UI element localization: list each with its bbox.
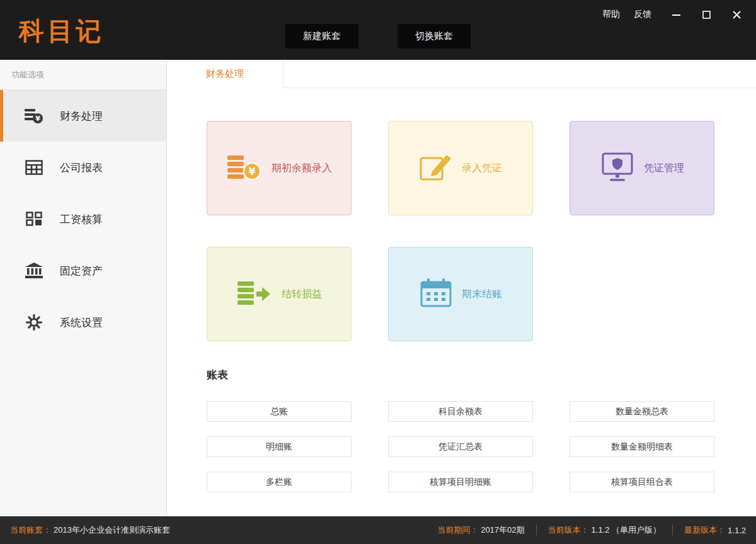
card-label: 凭证管理 [644,162,684,175]
cards-row-2: 结转损益 [207,247,756,341]
coins-yen-icon: ¥ [226,152,263,184]
report-button-account-balance[interactable]: 科目余额表 [388,401,533,422]
sidebar-item-system-settings[interactable]: 系统设置 [0,297,166,348]
gear-icon [25,314,43,331]
current-period-label: 当前期间： [437,524,478,536]
card-carry-forward-pnl[interactable]: 结转损益 [207,247,352,341]
app-window: 科目记 新建账套 切换账套 帮助 反馈 功能选项 [0,0,756,544]
current-account-set-value: 2013年小企业会计准则演示账套 [54,524,170,536]
report-button-accounting-item-combination[interactable]: 核算项目组合表 [570,472,714,492]
monitor-shield-icon [600,151,635,185]
latest-version-label: 最新版本： [684,524,725,536]
close-icon[interactable] [731,9,742,20]
main-panel: 财务处理 [167,60,756,516]
report-button-voucher-summary[interactable]: 凭证汇总表 [388,436,533,457]
maximize-icon[interactable] [701,9,712,20]
help-link[interactable]: 帮助 [602,9,620,20]
feedback-link[interactable]: 反馈 [634,9,651,20]
sidebar-item-fixed-assets[interactable]: 固定资产 [0,245,166,297]
sidebar-item-financial-processing[interactable]: ¥ 财务处理 [0,90,166,142]
card-label: 结转损益 [282,288,322,301]
svg-text:¥: ¥ [248,166,255,178]
card-voucher-management[interactable]: 凭证管理 [570,121,714,215]
svg-text:¥: ¥ [35,115,40,123]
sidebar-item-label: 固定资产 [60,264,103,278]
latest-version-value: 1.1.2 [728,526,746,535]
reports-section-title: 账表 [207,368,756,382]
app-logo: 科目记 [19,14,104,48]
statusbar-divider [536,525,537,535]
minimize-icon[interactable] [670,9,682,20]
report-button-detail-ledger[interactable]: 明细账 [207,436,352,457]
sidebar-item-label: 公司报表 [60,161,103,175]
card-initial-balance-entry[interactable]: ¥ 期初余额录入 [207,121,352,215]
topbar: 科目记 新建账套 切换账套 帮助 反馈 [0,0,756,60]
report-button-qty-amount-summary[interactable]: 数量金额总表 [570,401,714,422]
tabbar: 财务处理 [167,60,756,88]
report-button-multi-column-ledger[interactable]: 多栏账 [207,472,352,492]
current-account-set: 当前账套： 2013年小企业会计准则演示账套 [10,524,170,536]
report-buttons-grid: 总账 科目余额表 数量金额总表 明细账 凭证汇总表 数量金额明细表 多栏账 核算… [207,401,756,492]
new-account-set-button[interactable]: 新建账套 [285,24,358,48]
topbar-right: 帮助 反馈 [588,9,742,20]
sidebar: 功能选项 ¥ 财务处理 [0,60,167,516]
report-button-qty-amount-detail[interactable]: 数量金额明细表 [570,436,714,457]
statusbar-divider [672,525,673,535]
card-label: 录入凭证 [462,162,502,175]
main-content: ¥ 期初余额录入 录入凭证 [167,88,756,516]
card-period-end-closing[interactable]: 期末结账 [388,247,533,341]
app-body: 功能选项 ¥ 财务处理 [0,60,756,516]
calendar-icon [419,277,453,311]
report-button-accounting-item-detail[interactable]: 核算项目明细账 [388,472,533,492]
report-button-general-ledger[interactable]: 总账 [207,401,352,422]
card-label: 期初余额录入 [272,162,332,175]
statusbar: 当前账套： 2013年小企业会计准则演示账套 当前期间： 2017年02期 当前… [0,516,756,544]
current-period-value: 2017年02期 [481,524,524,536]
latest-version: 最新版本： 1.1.2 [684,524,746,536]
current-period: 当前期间： 2017年02期 [437,524,524,536]
sidebar-item-label: 工资核算 [60,212,103,227]
topbar-menu: 新建账套 切换账套 [285,24,471,48]
current-version-label: 当前版本： [548,524,589,536]
card-enter-voucher[interactable]: 录入凭证 [388,121,533,215]
cards-row-1: ¥ 期初余额录入 录入凭证 [207,121,756,215]
switch-account-set-button[interactable]: 切换账套 [398,24,471,48]
card-label: 期末结账 [462,288,502,301]
report-table-icon [25,160,43,175]
current-version-value: 1.1.2 （单用户版） [592,524,662,536]
sidebar-item-label: 财务处理 [60,109,103,123]
sidebar-item-payroll[interactable]: 工资核算 [0,193,166,245]
sidebar-item-company-reports[interactable]: 公司报表 [0,142,166,193]
sidebar-item-label: 系统设置 [60,315,103,330]
payroll-blocks-icon [25,212,43,227]
ledger-yen-icon: ¥ [25,108,43,124]
bank-icon [25,263,43,279]
sidebar-header: 功能选项 [0,60,166,90]
tab-financial-processing[interactable]: 财务处理 [167,60,284,88]
current-account-set-label: 当前账套： [10,524,51,536]
current-version: 当前版本： 1.1.2 （单用户版） [548,524,662,536]
coins-arrow-icon [236,278,273,310]
pencil-square-icon [419,152,453,184]
